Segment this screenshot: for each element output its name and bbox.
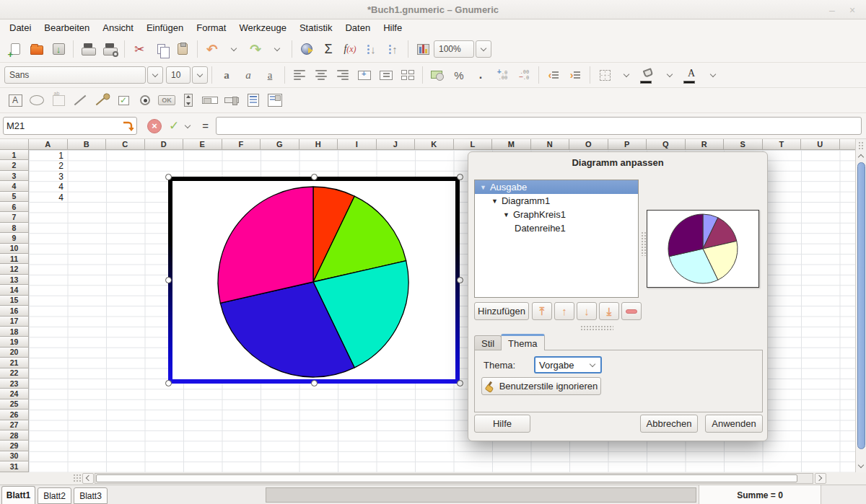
font-color-button[interactable]: A — [681, 65, 701, 85]
increase-indent-button[interactable]: › — [565, 65, 585, 85]
row-header-23[interactable]: 23 — [0, 379, 29, 389]
sheet-tab-blatt1[interactable]: Blatt1 — [1, 486, 35, 504]
equals-button[interactable]: = — [202, 120, 209, 132]
borders-button[interactable] — [595, 65, 615, 85]
jump-to-cell-icon[interactable] — [122, 120, 134, 132]
row-header-8[interactable]: 8 — [0, 223, 29, 233]
row-header-29[interactable]: 29 — [0, 441, 29, 451]
selection-handle[interactable] — [165, 174, 172, 180]
zoom-combo[interactable]: 100% — [434, 40, 474, 58]
row-header-24[interactable]: 24 — [0, 389, 29, 399]
scroll-left-button[interactable] — [82, 473, 94, 484]
row-header-21[interactable]: 21 — [0, 358, 29, 368]
sheet-tab-blatt2[interactable]: Blatt2 — [38, 487, 71, 504]
pane-grip[interactable] — [641, 231, 646, 256]
cell-a1[interactable]: 1 — [29, 151, 64, 161]
row-header-28[interactable]: 28 — [0, 430, 29, 441]
column-header-i[interactable]: I — [338, 139, 377, 150]
menu-statistik[interactable]: Statistik — [293, 20, 339, 35]
minimize-icon[interactable]: – — [826, 4, 839, 16]
tab-thema[interactable]: Thema — [501, 334, 544, 350]
insert-ellipse-button[interactable] — [27, 90, 47, 110]
font-size-combo[interactable]: 10 — [166, 66, 191, 84]
row-header-14[interactable]: 14 — [0, 285, 29, 295]
vertical-scroll-thumb[interactable] — [857, 162, 865, 449]
row-header-25[interactable]: 25 — [0, 399, 29, 410]
scroll-right-button[interactable] — [815, 473, 826, 484]
apply-button[interactable]: Anwenden — [705, 415, 763, 433]
save-button[interactable]: ↓ — [48, 39, 69, 59]
horizontal-scroll-thumb[interactable] — [96, 474, 797, 482]
help-button[interactable]: Hilfe — [474, 415, 530, 433]
open-button[interactable] — [27, 39, 47, 59]
insert-list-button[interactable] — [243, 90, 263, 110]
accept-dropdown-button[interactable] — [183, 122, 192, 131]
move-up-button[interactable]: ↑ — [554, 302, 574, 320]
ignore-user-styles-button[interactable]: Benutzerstile ignorieren — [481, 377, 601, 395]
redo-dropdown-button[interactable] — [267, 39, 287, 59]
sort-ascending-button[interactable]: ↑ — [383, 39, 403, 59]
menu-hilfe[interactable]: Hilfe — [377, 20, 408, 35]
print-button[interactable] — [78, 39, 98, 59]
menu-bearbeiten[interactable]: Bearbeiten — [38, 20, 96, 35]
font-name-dropdown-button[interactable] — [147, 66, 163, 84]
tree-expander-icon[interactable]: ▼ — [480, 184, 486, 191]
move-bottom-button[interactable]: ⤓ — [599, 302, 619, 320]
formula-input[interactable] — [216, 117, 862, 135]
column-header-t[interactable]: T — [763, 139, 802, 150]
bold-button[interactable]: a — [216, 65, 237, 85]
row-header-13[interactable]: 13 — [0, 275, 29, 285]
insert-label-button[interactable]: A — [5, 90, 25, 110]
row-header-5[interactable]: 5 — [0, 192, 29, 202]
fill-color-dropdown-button[interactable] — [660, 65, 680, 85]
selection-handle[interactable] — [311, 174, 318, 180]
row-header-30[interactable]: 30 — [0, 451, 29, 461]
row-header-7[interactable]: 7 — [0, 212, 29, 222]
menu-ansicht[interactable]: Ansicht — [96, 20, 140, 35]
scroll-down-icon[interactable] — [857, 461, 865, 470]
select-all-corner[interactable] — [0, 139, 29, 150]
row-header-20[interactable]: 20 — [0, 348, 29, 358]
cell-a3[interactable]: 3 — [29, 172, 64, 182]
insert-spinbutton-button[interactable] — [178, 90, 198, 110]
increase-decimals-button[interactable]: +.0.00 — [492, 65, 512, 85]
row-header-11[interactable]: 11 — [0, 254, 29, 264]
insert-chart-button[interactable] — [413, 39, 433, 59]
column-header-l[interactable]: L — [454, 139, 493, 150]
column-header-c[interactable]: C — [106, 139, 145, 150]
move-top-button[interactable]: ⤒ — [532, 302, 552, 320]
menu-datei[interactable]: Datei — [3, 20, 38, 35]
row-header-17[interactable]: 17 — [0, 317, 29, 327]
italic-button[interactable]: a — [238, 65, 258, 85]
insert-slider-button[interactable] — [222, 90, 242, 110]
selection-handle[interactable] — [165, 277, 172, 283]
print-preview-button[interactable] — [100, 39, 120, 59]
insert-combobox-button[interactable] — [265, 90, 285, 110]
row-header-3[interactable]: 3 — [0, 171, 29, 181]
borders-dropdown-button[interactable] — [616, 65, 637, 85]
tree-item-graphkreis1[interactable]: ▼GraphKreis1 — [475, 208, 638, 221]
row-header-2[interactable]: 2 — [0, 160, 29, 170]
tree-expander-icon[interactable]: ▼ — [491, 198, 498, 205]
embedded-chart-object[interactable] — [168, 177, 460, 384]
pie-slice-5[interactable] — [218, 187, 313, 303]
decrease-indent-button[interactable]: ‹ — [543, 65, 564, 85]
column-header-k[interactable]: K — [415, 139, 454, 150]
row-header-10[interactable]: 10 — [0, 244, 29, 254]
column-header-r[interactable]: R — [686, 139, 725, 150]
undo-dropdown-button[interactable] — [224, 39, 244, 59]
percent-format-button[interactable]: % — [449, 65, 469, 85]
row-header-18[interactable]: 18 — [0, 327, 29, 337]
cell-a5[interactable]: 4 — [29, 193, 64, 203]
row-header-4[interactable]: 4 — [0, 181, 29, 191]
cancel-button[interactable]: Abbrechen — [640, 415, 698, 433]
insert-arrow-button[interactable] — [92, 90, 112, 110]
redo-button[interactable]: ↷ — [245, 39, 266, 59]
align-center-button[interactable] — [311, 65, 331, 85]
accept-edit-button[interactable]: ✓ — [169, 118, 179, 133]
undo-button[interactable]: ↶ — [202, 39, 222, 59]
scroll-up-icon[interactable] — [857, 151, 865, 160]
fill-color-button[interactable] — [638, 65, 658, 85]
row-header-31[interactable]: 31 — [0, 461, 29, 472]
merge-cells-button[interactable] — [354, 65, 375, 85]
